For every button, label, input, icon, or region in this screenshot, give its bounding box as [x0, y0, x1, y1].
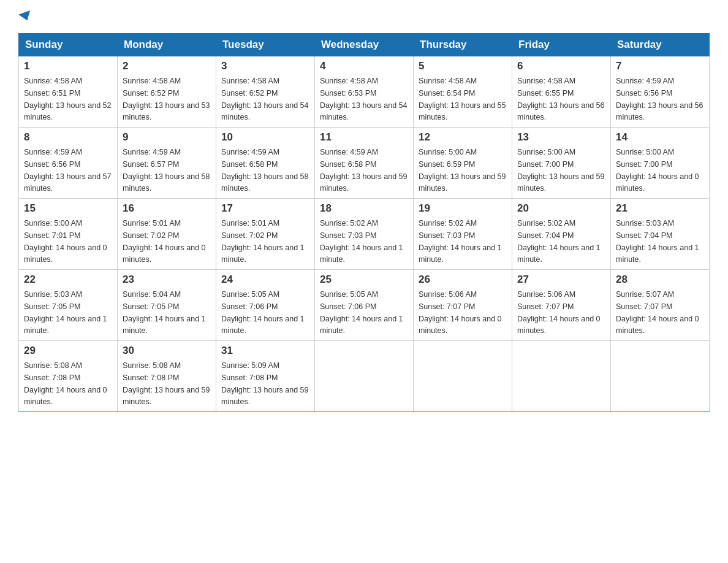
- day-info: Sunrise: 5:03 AMSunset: 7:04 PMDaylight:…: [616, 219, 699, 264]
- day-number: 8: [24, 131, 112, 144]
- day-number: 19: [419, 202, 507, 215]
- day-info: Sunrise: 4:59 AMSunset: 6:58 PMDaylight:…: [221, 148, 308, 193]
- calendar-cell: 3 Sunrise: 4:58 AMSunset: 6:52 PMDayligh…: [216, 56, 315, 128]
- day-info: Sunrise: 5:01 AMSunset: 7:02 PMDaylight:…: [123, 219, 206, 264]
- day-number: 6: [517, 60, 605, 72]
- calendar-cell: 1 Sunrise: 4:58 AMSunset: 6:51 PMDayligh…: [19, 56, 118, 128]
- day-info: Sunrise: 5:02 AMSunset: 7:03 PMDaylight:…: [320, 219, 403, 264]
- day-info: Sunrise: 5:00 AMSunset: 7:01 PMDaylight:…: [24, 219, 107, 264]
- day-info: Sunrise: 5:00 AMSunset: 7:00 PMDaylight:…: [517, 148, 604, 193]
- calendar-cell: 19 Sunrise: 5:02 AMSunset: 7:03 PMDaylig…: [414, 199, 512, 270]
- day-info: Sunrise: 5:00 AMSunset: 6:59 PMDaylight:…: [419, 148, 506, 193]
- calendar-cell: 27 Sunrise: 5:06 AMSunset: 7:07 PMDaylig…: [512, 270, 611, 341]
- day-info: Sunrise: 5:09 AMSunset: 7:08 PMDaylight:…: [221, 361, 308, 406]
- logo: [18, 12, 32, 21]
- page-header: [18, 12, 710, 21]
- day-info: Sunrise: 5:05 AMSunset: 7:06 PMDaylight:…: [221, 290, 305, 335]
- header-wednesday: Wednesday: [315, 34, 414, 56]
- calendar-cell: 20 Sunrise: 5:02 AMSunset: 7:04 PMDaylig…: [512, 199, 611, 270]
- calendar-table: SundayMondayTuesdayWednesdayThursdayFrid…: [18, 33, 710, 412]
- day-number: 7: [616, 60, 704, 72]
- calendar-cell: 21 Sunrise: 5:03 AMSunset: 7:04 PMDaylig…: [611, 199, 710, 270]
- header-friday: Friday: [512, 34, 611, 56]
- day-info: Sunrise: 4:59 AMSunset: 6:56 PMDaylight:…: [616, 77, 703, 121]
- day-number: 3: [221, 60, 309, 72]
- calendar-cell: 28 Sunrise: 5:07 AMSunset: 7:07 PMDaylig…: [611, 270, 710, 341]
- calendar-cell: 9 Sunrise: 4:59 AMSunset: 6:57 PMDayligh…: [118, 128, 216, 199]
- day-info: Sunrise: 4:59 AMSunset: 6:57 PMDaylight:…: [123, 148, 210, 193]
- calendar-cell: 8 Sunrise: 4:59 AMSunset: 6:56 PMDayligh…: [19, 128, 118, 199]
- day-number: 31: [221, 345, 309, 357]
- day-number: 26: [419, 274, 507, 286]
- calendar-cell: 31 Sunrise: 5:09 AMSunset: 7:08 PMDaylig…: [216, 341, 315, 412]
- day-info: Sunrise: 5:01 AMSunset: 7:02 PMDaylight:…: [221, 219, 305, 264]
- day-info: Sunrise: 4:58 AMSunset: 6:54 PMDaylight:…: [419, 77, 506, 121]
- day-number: 27: [517, 274, 605, 286]
- day-number: 14: [616, 131, 704, 144]
- calendar-cell: 4 Sunrise: 4:58 AMSunset: 6:53 PMDayligh…: [315, 56, 414, 128]
- calendar-cell: 2 Sunrise: 4:58 AMSunset: 6:52 PMDayligh…: [118, 56, 216, 128]
- calendar-cell: [315, 341, 414, 412]
- calendar-cell: [611, 341, 710, 412]
- day-info: Sunrise: 5:00 AMSunset: 7:00 PMDaylight:…: [616, 148, 699, 193]
- calendar-cell: 10 Sunrise: 4:59 AMSunset: 6:58 PMDaylig…: [216, 128, 315, 199]
- day-info: Sunrise: 4:58 AMSunset: 6:52 PMDaylight:…: [123, 77, 210, 121]
- day-number: 18: [320, 202, 408, 215]
- calendar-cell: 15 Sunrise: 5:00 AMSunset: 7:01 PMDaylig…: [19, 199, 118, 270]
- week-row-1: 1 Sunrise: 4:58 AMSunset: 6:51 PMDayligh…: [19, 56, 710, 128]
- header-monday: Monday: [118, 34, 216, 56]
- day-info: Sunrise: 5:02 AMSunset: 7:04 PMDaylight:…: [517, 219, 601, 264]
- day-info: Sunrise: 5:04 AMSunset: 7:05 PMDaylight:…: [123, 290, 206, 335]
- calendar-cell: 26 Sunrise: 5:06 AMSunset: 7:07 PMDaylig…: [414, 270, 512, 341]
- header-sunday: Sunday: [19, 34, 118, 56]
- day-info: Sunrise: 4:58 AMSunset: 6:55 PMDaylight:…: [517, 77, 604, 121]
- calendar-cell: 11 Sunrise: 4:59 AMSunset: 6:58 PMDaylig…: [315, 128, 414, 199]
- calendar-cell: 12 Sunrise: 5:00 AMSunset: 6:59 PMDaylig…: [414, 128, 512, 199]
- day-info: Sunrise: 5:06 AMSunset: 7:07 PMDaylight:…: [419, 290, 502, 335]
- day-info: Sunrise: 4:59 AMSunset: 6:58 PMDaylight:…: [320, 148, 407, 193]
- day-number: 20: [517, 202, 605, 215]
- calendar-cell: 25 Sunrise: 5:05 AMSunset: 7:06 PMDaylig…: [315, 270, 414, 341]
- day-number: 13: [517, 131, 605, 144]
- day-number: 21: [616, 202, 704, 215]
- calendar-cell: [414, 341, 512, 412]
- calendar-cell: 7 Sunrise: 4:59 AMSunset: 6:56 PMDayligh…: [611, 56, 710, 128]
- week-row-3: 15 Sunrise: 5:00 AMSunset: 7:01 PMDaylig…: [19, 199, 710, 270]
- week-row-4: 22 Sunrise: 5:03 AMSunset: 7:05 PMDaylig…: [19, 270, 710, 341]
- calendar-cell: 24 Sunrise: 5:05 AMSunset: 7:06 PMDaylig…: [216, 270, 315, 341]
- header-thursday: Thursday: [414, 34, 512, 56]
- day-info: Sunrise: 4:58 AMSunset: 6:53 PMDaylight:…: [320, 77, 407, 121]
- day-info: Sunrise: 5:07 AMSunset: 7:07 PMDaylight:…: [616, 290, 699, 335]
- day-number: 28: [616, 274, 704, 286]
- day-number: 30: [123, 345, 211, 357]
- calendar-cell: 22 Sunrise: 5:03 AMSunset: 7:05 PMDaylig…: [19, 270, 118, 341]
- day-number: 10: [221, 131, 309, 144]
- logo-triangle-icon: [18, 10, 33, 23]
- day-number: 16: [123, 202, 211, 215]
- day-info: Sunrise: 4:58 AMSunset: 6:52 PMDaylight:…: [221, 77, 308, 121]
- day-number: 24: [221, 274, 309, 286]
- calendar-cell: 30 Sunrise: 5:08 AMSunset: 7:08 PMDaylig…: [118, 341, 216, 412]
- day-info: Sunrise: 5:05 AMSunset: 7:06 PMDaylight:…: [320, 290, 403, 335]
- week-row-2: 8 Sunrise: 4:59 AMSunset: 6:56 PMDayligh…: [19, 128, 710, 199]
- day-number: 22: [24, 274, 112, 286]
- week-row-5: 29 Sunrise: 5:08 AMSunset: 7:08 PMDaylig…: [19, 341, 710, 412]
- day-info: Sunrise: 5:06 AMSunset: 7:07 PMDaylight:…: [517, 290, 601, 335]
- day-number: 2: [123, 60, 211, 72]
- calendar-cell: 16 Sunrise: 5:01 AMSunset: 7:02 PMDaylig…: [118, 199, 216, 270]
- day-number: 23: [123, 274, 211, 286]
- day-number: 29: [24, 345, 112, 357]
- day-number: 15: [24, 202, 112, 215]
- day-number: 5: [419, 60, 507, 72]
- day-info: Sunrise: 5:08 AMSunset: 7:08 PMDaylight:…: [24, 361, 107, 406]
- calendar-cell: 13 Sunrise: 5:00 AMSunset: 7:00 PMDaylig…: [512, 128, 611, 199]
- calendar-cell: 23 Sunrise: 5:04 AMSunset: 7:05 PMDaylig…: [118, 270, 216, 341]
- header-tuesday: Tuesday: [216, 34, 315, 56]
- calendar-cell: 17 Sunrise: 5:01 AMSunset: 7:02 PMDaylig…: [216, 199, 315, 270]
- day-info: Sunrise: 5:03 AMSunset: 7:05 PMDaylight:…: [24, 290, 107, 335]
- day-info: Sunrise: 5:02 AMSunset: 7:03 PMDaylight:…: [419, 219, 502, 264]
- day-number: 4: [320, 60, 408, 72]
- day-number: 25: [320, 274, 408, 286]
- day-number: 12: [419, 131, 507, 144]
- calendar-header-row: SundayMondayTuesdayWednesdayThursdayFrid…: [19, 34, 710, 56]
